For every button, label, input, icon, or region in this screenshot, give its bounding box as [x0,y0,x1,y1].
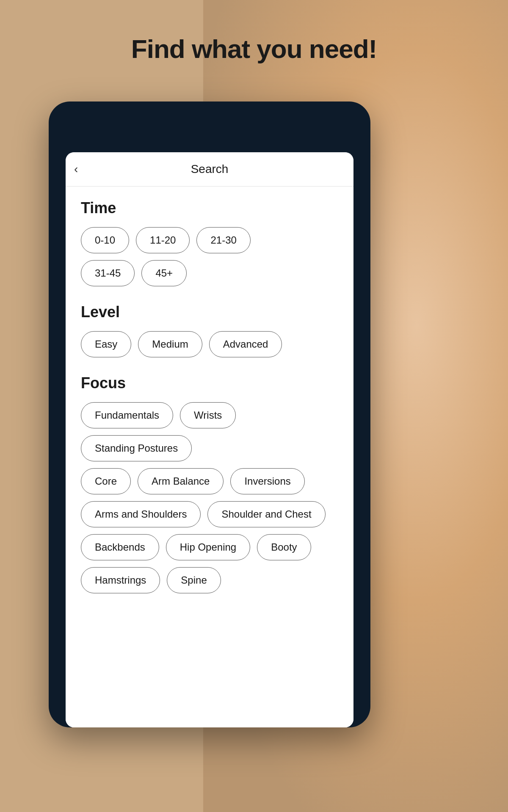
chip-shoulder-and-chest[interactable]: Shoulder and Chest [207,501,325,527]
focus-chips-row-1: Fundamentals Wrists Standing Postures [81,402,338,461]
chip-hamstrings[interactable]: Hamstrings [81,567,160,593]
focus-chips-row-3: Arms and Shoulders Shoulder and Chest [81,501,338,527]
time-chips-row-2: 31-45 45+ [81,260,338,286]
chip-inversions[interactable]: Inversions [230,468,304,494]
level-section-label: Level [81,303,338,321]
chip-arm-balance[interactable]: Arm Balance [138,468,224,494]
chip-hip-opening[interactable]: Hip Opening [166,534,250,560]
chip-backbends[interactable]: Backbends [81,534,159,560]
page-title: Find what you need! [0,34,508,64]
chip-standing-postures[interactable]: Standing Postures [81,435,192,461]
time-chips-row: 0-10 11-20 21-30 [81,227,338,253]
chip-0-10[interactable]: 0-10 [81,227,129,253]
chip-21-30[interactable]: 21-30 [196,227,250,253]
tablet-device: ‹ Search Time 0-10 11-20 21-30 31-45 45+ [49,102,370,727]
chip-31-45[interactable]: 31-45 [81,260,135,286]
chip-advanced[interactable]: Advanced [209,331,282,357]
back-button[interactable]: ‹ [74,162,78,176]
chip-easy[interactable]: Easy [81,331,131,357]
chip-arms-and-shoulders[interactable]: Arms and Shoulders [81,501,201,527]
chip-45plus[interactable]: 45+ [141,260,187,286]
focus-chips-row-2: Core Arm Balance Inversions [81,468,338,494]
chip-spine[interactable]: Spine [167,567,221,593]
level-section: Level Easy Medium Advanced [81,303,338,357]
chip-medium[interactable]: Medium [138,331,202,357]
chip-booty[interactable]: Booty [257,534,311,560]
focus-section: Focus Fundamentals Wrists Standing Postu… [81,374,338,593]
focus-chips-row-5: Hamstrings Spine [81,567,338,593]
screen-content: ‹ Search Time 0-10 11-20 21-30 31-45 45+ [66,152,353,727]
chip-wrists[interactable]: Wrists [180,402,236,428]
chip-11-20[interactable]: 11-20 [136,227,190,253]
time-section: Time 0-10 11-20 21-30 31-45 45+ [81,199,338,286]
filter-scroll-area[interactable]: Time 0-10 11-20 21-30 31-45 45+ Level Ea… [66,187,353,727]
chip-core[interactable]: Core [81,468,131,494]
chip-fundamentals[interactable]: Fundamentals [81,402,173,428]
level-chips-row: Easy Medium Advanced [81,331,338,357]
time-section-label: Time [81,199,338,217]
focus-chips-row-4: Backbends Hip Opening Booty [81,534,338,560]
search-header: ‹ Search [66,152,353,187]
focus-section-label: Focus [81,374,338,392]
screen-title: Search [74,162,345,176]
